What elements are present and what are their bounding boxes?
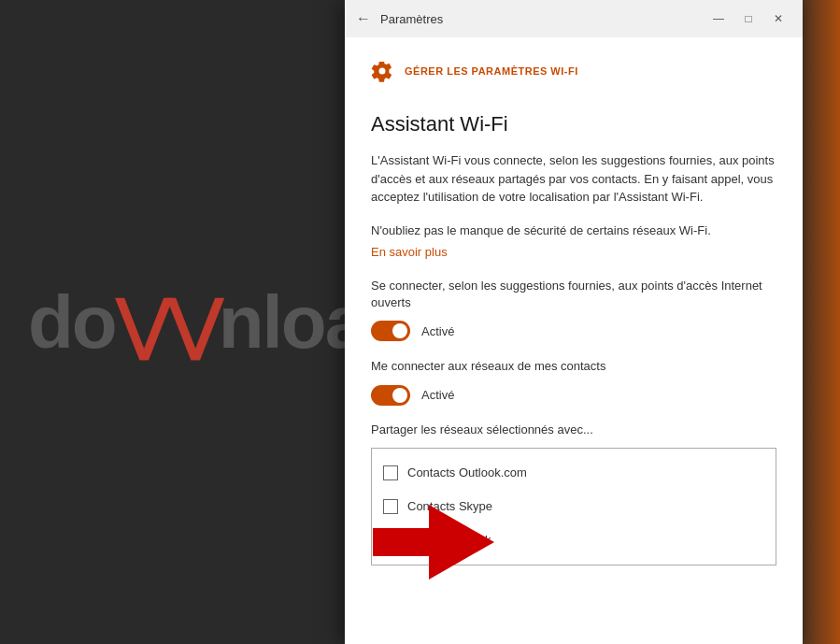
maximize-button[interactable]: □: [735, 6, 762, 32]
outlook-checkbox[interactable]: [383, 465, 398, 480]
toggle1-knob: [392, 323, 407, 338]
section-title: GÉRER LES PARAMÈTRES WI-FI: [405, 65, 578, 77]
toggle1-label: Se connecter, selon les suggestions four…: [371, 278, 776, 311]
titlebar-left: ← Paramètres: [356, 10, 443, 27]
back-button[interactable]: ←: [356, 10, 371, 27]
titlebar: ← Paramètres — □ ✕: [345, 0, 803, 37]
window-controls: — □ ✕: [705, 6, 791, 32]
share-label: Partager les réseaux sélectionnés avec..…: [371, 422, 776, 436]
toggle1-row: Activé: [371, 321, 776, 341]
learn-more-link[interactable]: En savoir plus: [371, 245, 776, 259]
toggle1-state: Activé: [421, 324, 454, 338]
window-title: Paramètres: [380, 12, 443, 26]
toggle2-knob: [392, 388, 407, 403]
bg-do: do: [28, 280, 116, 364]
list-item: Contacts Outlook.com: [383, 456, 764, 490]
red-arrow: [373, 505, 494, 583]
warning-text: N'oubliez pas le manque de sécurité de c…: [371, 222, 776, 240]
description-text: L'Assistant Wi-Fi vous connecte, selon l…: [371, 151, 776, 207]
toggle2-label: Me connecter aux réseaux de mes contacts: [371, 358, 776, 375]
toggle1-switch[interactable]: [371, 321, 410, 341]
toggle2-state: Activé: [421, 388, 454, 402]
minimize-button[interactable]: —: [705, 6, 732, 32]
toggle2-row: Activé: [371, 385, 776, 406]
toggle2-switch[interactable]: [371, 385, 410, 406]
gear-icon: [371, 60, 393, 82]
main-heading: Assistant Wi-Fi: [371, 112, 776, 136]
section-header: GÉRER LES PARAMÈTRES WI-FI: [371, 60, 776, 90]
bg-arrows: ⋁⋁: [116, 289, 219, 362]
outlook-label[interactable]: Contacts Outlook.com: [407, 465, 527, 479]
svg-marker-0: [373, 505, 494, 580]
close-button[interactable]: ✕: [765, 6, 791, 32]
